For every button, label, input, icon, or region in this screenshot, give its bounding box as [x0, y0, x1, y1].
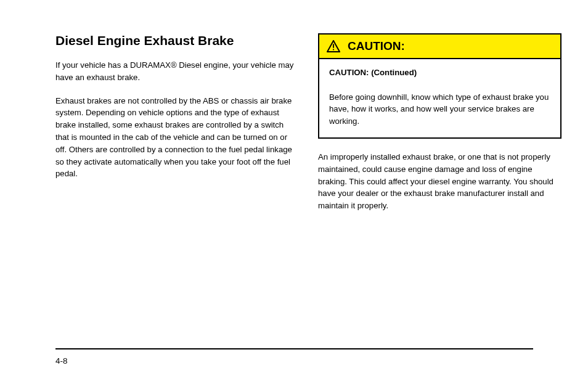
body-paragraph-right: An improperly installed exhaust brake, o…	[318, 151, 561, 212]
footer-rule	[55, 348, 533, 349]
svg-rect-1	[333, 49, 334, 51]
caution-body: CAUTION: (Continued) Before going downhi…	[319, 59, 560, 137]
svg-rect-0	[333, 44, 334, 47]
caution-header: CAUTION:	[319, 35, 560, 59]
caution-body-text: Before going downhill, know which type o…	[329, 92, 549, 126]
body-paragraph-2: Exhaust brakes are not controlled by the…	[55, 95, 299, 181]
caution-callout: CAUTION: CAUTION: (Continued) Before goi…	[318, 33, 561, 139]
caution-continued-label: CAUTION: (Continued)	[329, 68, 417, 77]
page-number: 4-8	[55, 356, 68, 365]
caution-label: CAUTION:	[348, 39, 405, 53]
body-paragraph-1: If your vehicle has a DURAMAX® Diesel en…	[55, 59, 299, 84]
section-heading: Diesel Engine Exhaust Brake	[55, 33, 299, 48]
warning-triangle-icon	[327, 40, 340, 52]
